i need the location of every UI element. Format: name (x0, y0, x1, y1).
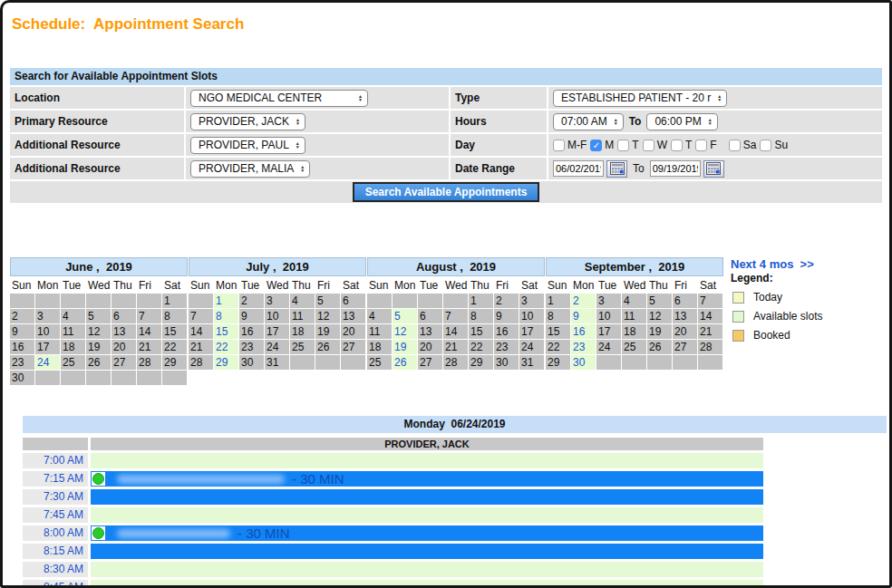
available-slot[interactable] (91, 453, 763, 468)
calendar-day-july-25: 25 (290, 340, 315, 354)
day-of-week-header: Mon (35, 279, 60, 293)
day-of-week-header: Thu (112, 279, 136, 293)
day-checkbox-label: F (710, 139, 716, 151)
time-label[interactable]: 7:00 AM (23, 453, 88, 468)
calendar-day-september-7: 7 (698, 294, 722, 308)
calendar-title: July , 2019 (189, 257, 366, 276)
legend-swatch (732, 330, 744, 342)
day-checkbox-label: T (685, 139, 692, 151)
time-label[interactable]: 8:30 AM (23, 562, 88, 577)
calendar-empty-cell (61, 371, 85, 385)
calendar-day-august-16: 16 (494, 324, 519, 339)
calendar-day-july-22[interactable]: 22 (214, 340, 238, 354)
time-label[interactable]: 7:30 AM (23, 489, 88, 505)
calendar-day-september-14: 14 (698, 309, 722, 323)
calendar-day-july-16: 16 (239, 324, 264, 339)
day-of-week-header: Mon (393, 279, 417, 293)
booked-slot[interactable] (91, 544, 763, 559)
calendar-day-june-13: 13 (112, 324, 136, 339)
primary-resource-select[interactable]: PROVIDER, JACK ▲▼ (190, 113, 305, 130)
legend-item-today: Today (731, 291, 823, 304)
calendar-day-august-12[interactable]: 12 (393, 324, 417, 339)
schedule-rows: 7:00 AM7:15 AM- 30 MIN7:30 AM7:45 AM8:00… (23, 453, 887, 588)
calendar-day-july-8[interactable]: 8 (214, 309, 238, 323)
mini-calendars: June , 2019SunMonTueWedThuFriSat12345678… (10, 257, 724, 385)
additional-resource-2-select[interactable]: PROVIDER, MALIA ▲▼ (190, 160, 310, 178)
location-label: Location (10, 87, 184, 109)
calendar-empty-cell (596, 355, 621, 370)
available-slot[interactable] (91, 507, 763, 523)
calendar-day-july-1[interactable]: 1 (214, 294, 238, 308)
day-checkbox-mf[interactable] (553, 140, 565, 151)
calendar-title: June , 2019 (10, 257, 188, 276)
day-of-week-header: Mon (571, 279, 596, 293)
day-checkbox-f[interactable] (695, 140, 707, 151)
calendar-day-august-11: 11 (367, 324, 392, 339)
search-button-row: Search Available Appointments (10, 181, 882, 203)
calendar-day-september-26: 26 (647, 340, 672, 354)
calendar-day-june-22: 22 (162, 340, 187, 354)
time-label[interactable]: 8:15 AM (23, 544, 88, 559)
calendar-section: June , 2019SunMonTueWedThuFriSat12345678… (10, 257, 889, 385)
calendar-empty-cell (315, 355, 340, 370)
day-of-week-header: Fri (494, 279, 519, 293)
green-dot-icon (92, 527, 104, 539)
location-select[interactable]: NGO MEDICAL CENTER ▲▼ (190, 90, 368, 107)
date-from-input[interactable] (553, 160, 604, 177)
calendar-day-june-19: 19 (86, 340, 111, 354)
day-checkbox-t[interactable] (617, 140, 629, 151)
calendar-empty-cell (189, 294, 213, 308)
legend-item-booked: Booked (731, 329, 823, 342)
schedule-row: 8:45 AM (23, 580, 887, 588)
hours-to-select[interactable]: 06:00 PM ▲▼ (646, 113, 717, 130)
type-select-value: ESTABLISHED PATIENT - 20 r (561, 92, 711, 104)
calendar-empty-cell (112, 294, 136, 308)
calendar-grid: SunMonTueWedThuFriSat1234567891011121314… (10, 279, 188, 385)
calendar-day-september-16[interactable]: 16 (571, 324, 596, 339)
day-checkbox-m[interactable]: ✓ (590, 140, 602, 151)
day-checkbox-sa[interactable] (729, 140, 741, 151)
date-range-label: Date Range (451, 158, 547, 179)
calendar-day-july-29[interactable]: 29 (214, 355, 238, 370)
date-to-input[interactable] (650, 160, 701, 177)
calendar-day-august-19[interactable]: 19 (393, 340, 417, 354)
calendar-empty-cell (137, 294, 161, 308)
calendar-day-september-30[interactable]: 30 (571, 355, 596, 370)
day-of-week-header: Sat (162, 279, 187, 293)
calendar-day-september-9[interactable]: 9 (571, 309, 596, 323)
legend-item-available-slots: Available slots (731, 310, 823, 323)
available-slot[interactable] (91, 562, 763, 577)
day-of-week-header: Fri (673, 279, 697, 293)
booked-slot[interactable] (91, 489, 763, 505)
calendar-day-august-5[interactable]: 5 (393, 309, 417, 323)
calendar-day-july-7: 7 (189, 309, 213, 323)
calendar-day-september-4: 4 (622, 294, 646, 308)
type-select[interactable]: ESTABLISHED PATIENT - 20 r ▲▼ (553, 90, 727, 107)
calendar-day-september-2[interactable]: 2 (571, 294, 596, 308)
date-range-to-label: To (633, 162, 645, 175)
day-checkbox-su[interactable] (760, 140, 771, 151)
booked-slot[interactable]: - 30 MIN (91, 471, 763, 487)
available-slot[interactable] (91, 580, 763, 588)
additional-resource-1-select[interactable]: PROVIDER, PAUL ▲▼ (190, 137, 305, 154)
calendar-empty-cell (698, 355, 722, 370)
calendar-day-june-24[interactable]: 24 (35, 355, 60, 370)
calendar-day-september-23[interactable]: 23 (571, 340, 596, 354)
hours-from-select[interactable]: 07:00 AM ▲▼ (553, 113, 624, 130)
day-checkbox-w[interactable] (643, 140, 654, 151)
calendar-day-september-15: 15 (546, 324, 570, 339)
day-of-week-header: Sun (10, 279, 34, 293)
day-checkbox-t2[interactable] (671, 140, 683, 151)
time-label[interactable]: 8:45 AM (23, 580, 88, 588)
date-from-calendar-button[interactable] (606, 160, 627, 178)
time-label[interactable]: 8:00 AM (23, 525, 88, 541)
booked-slot[interactable]: - 30 MIN (91, 525, 763, 541)
date-to-calendar-button[interactable] (703, 160, 724, 178)
search-button[interactable]: Search Available Appointments (353, 182, 540, 202)
calendar-day-august-26[interactable]: 26 (393, 355, 417, 370)
calendar-day-july-15[interactable]: 15 (214, 324, 238, 339)
time-label[interactable]: 7:45 AM (23, 507, 88, 523)
time-label[interactable]: 7:15 AM (23, 471, 88, 487)
calendar-grid: SunMonTueWedThuFriSat1234567891011121314… (546, 279, 723, 370)
next-4-months-link[interactable]: Next 4 mos >> (731, 257, 823, 271)
